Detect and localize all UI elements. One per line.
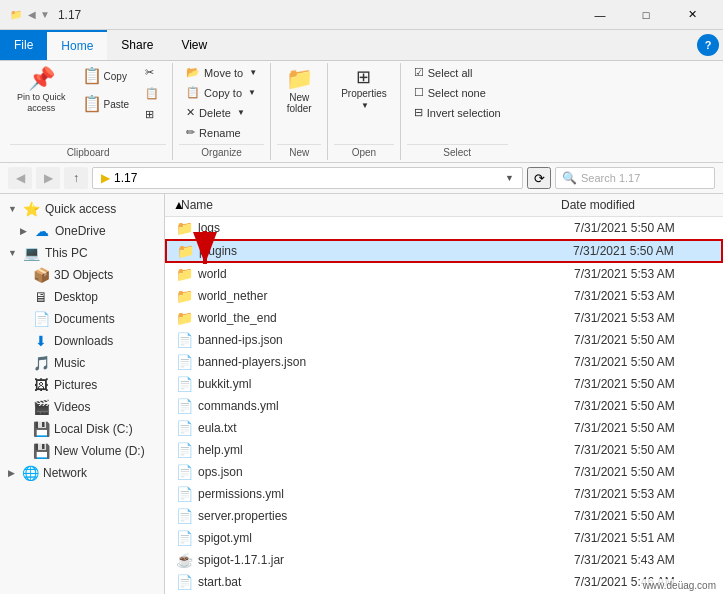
col-date-header[interactable]: Date modified [561,198,701,212]
sidebar-item-network[interactable]: ▶ 🌐 Network [0,462,164,484]
file-row-banned-ips[interactable]: 📄 banned-ips.json 7/31/2021 5:50 AM [165,329,723,351]
local-disk-c-label: Local Disk (C:) [54,422,133,436]
file-name-world: world [194,267,574,281]
sidebar-item-pictures[interactable]: 🖼 Pictures [0,374,164,396]
file-row-plugins[interactable]: 📁 plugins 7/31/2021 5:50 AM [165,239,723,263]
file-date-logs: 7/31/2021 5:50 AM [574,221,714,235]
move-to-button[interactable]: 📂 Move to ▼ [179,63,264,82]
sidebar-item-3d-objects[interactable]: 📦 3D Objects [0,264,164,286]
forward-button[interactable]: ▶ [36,167,60,189]
help-button[interactable]: ? [697,34,719,56]
pin-to-quick-button[interactable]: 📌 Pin to Quickaccess [10,63,73,119]
file-name-spigot-yml: spigot.yml [194,531,574,545]
open-group-items: ⊞ Properties ▼ [334,63,394,142]
file-row-world[interactable]: 📁 world 7/31/2021 5:53 AM [165,263,723,285]
sidebar-item-onedrive[interactable]: ▶ ☁ OneDrive [0,220,164,242]
file-row-help[interactable]: 📄 help.yml 7/31/2021 5:50 AM [165,439,723,461]
copy-to-icon: 📋 [186,86,200,99]
maximize-button[interactable]: □ [623,0,669,30]
col-name-header[interactable]: Name [181,198,561,212]
window-icon: 📁 [8,7,24,23]
file-name-world-the-end: world_the_end [194,311,574,325]
folder-icon-world: 📁 [174,266,194,282]
organize-group-items: 📂 Move to ▼ 📋 Copy to ▼ ✕ Delete ▼ [179,63,264,142]
back-button[interactable]: ◀ [8,167,32,189]
search-box[interactable]: 🔍 Search 1.17 [555,167,715,189]
file-row-world-nether[interactable]: 📁 world_nether 7/31/2021 5:53 AM [165,285,723,307]
delete-dropdown-arrow: ▼ [237,108,245,117]
title-controls: — □ ✕ [577,0,715,30]
paste-shortcut-button[interactable]: ⊞ [138,105,166,124]
copy-button[interactable]: 📋 Copy [75,63,137,89]
sidebar-item-local-disk-c[interactable]: 💾 Local Disk (C:) [0,418,164,440]
file-row-logs[interactable]: 📁 logs 7/31/2021 5:50 AM [165,217,723,239]
desktop-icon: 🖥 [32,289,50,305]
tab-view[interactable]: View [167,30,221,60]
tab-home[interactable]: Home [47,30,107,60]
move-copy-col: 📂 Move to ▼ 📋 Copy to ▼ ✕ Delete ▼ [179,63,264,142]
up-button[interactable]: ↑ [64,167,88,189]
sidebar-item-downloads[interactable]: ⬇ Downloads [0,330,164,352]
file-date-help: 7/31/2021 5:50 AM [574,443,714,457]
sidebar-item-quick-access[interactable]: ▼ ⭐ Quick access [0,198,164,220]
file-row-ops[interactable]: 📄 ops.json 7/31/2021 5:50 AM [165,461,723,483]
file-date-spigot-jar: 7/31/2021 5:43 AM [574,553,714,567]
desktop-label: Desktop [54,290,98,304]
copy-to-dropdown-arrow: ▼ [248,88,256,97]
delete-button[interactable]: ✕ Delete ▼ [179,103,264,122]
minimize-button[interactable]: — [577,0,623,30]
new-folder-button[interactable]: 📁 Newfolder [277,63,321,119]
rename-button[interactable]: ✏ Rename [179,123,264,142]
cut-button[interactable]: ✂ [138,63,166,82]
address-path[interactable]: ▶ 1.17 ▼ [92,167,523,189]
paste-button[interactable]: 📋 Paste [75,91,137,117]
refresh-button[interactable]: ⟳ [527,167,551,189]
file-list-header: ▲ Name Date modified [165,194,723,217]
tab-file[interactable]: File [0,30,47,60]
sidebar-item-new-volume-d[interactable]: 💾 New Volume (D:) [0,440,164,462]
file-date-ops: 7/31/2021 5:50 AM [574,465,714,479]
title-bar-icons: 📁 ◀ ▼ [8,7,50,23]
sidebar-item-this-pc[interactable]: ▼ 💻 This PC [0,242,164,264]
select-none-button[interactable]: ☐ Select none [407,83,508,102]
file-row-bukkit[interactable]: 📄 bukkit.yml 7/31/2021 5:50 AM [165,373,723,395]
pictures-label: Pictures [54,378,97,392]
file-row-commands[interactable]: 📄 commands.yml 7/31/2021 5:50 AM [165,395,723,417]
ribbon-tab-bar: File Home Share View ? [0,30,723,61]
sort-indicator: ▲ [173,198,181,212]
new-group: 📁 Newfolder New [271,63,328,160]
file-row-spigot-jar[interactable]: ☕ spigot-1.17.1.jar 7/31/2021 5:43 AM [165,549,723,571]
tab-share[interactable]: Share [107,30,167,60]
file-row-eula[interactable]: 📄 eula.txt 7/31/2021 5:50 AM [165,417,723,439]
invert-selection-button[interactable]: ⊟ Invert selection [407,103,508,122]
copy-path-button[interactable]: 📋 [138,84,166,103]
select-all-button[interactable]: ☑ Select all [407,63,508,82]
address-bar: ◀ ▶ ↑ ▶ 1.17 ▼ ⟳ 🔍 Search 1.17 [0,163,723,194]
sidebar-item-documents[interactable]: 📄 Documents [0,308,164,330]
select-col: ☑ Select all ☐ Select none ⊟ Invert sele… [407,63,508,122]
documents-label: Documents [54,312,115,326]
file-row-spigot-yml[interactable]: 📄 spigot.yml 7/31/2021 5:51 AM [165,527,723,549]
sidebar-item-music[interactable]: 🎵 Music [0,352,164,374]
file-row-permissions[interactable]: 📄 permissions.yml 7/31/2021 5:53 AM [165,483,723,505]
watermark: www.deüag.com [640,579,719,592]
close-button[interactable]: ✕ [669,0,715,30]
copy-icon: 📋 [82,68,102,84]
onedrive-expand-icon: ▶ [20,226,27,236]
file-row-world-the-end[interactable]: 📁 world_the_end 7/31/2021 5:53 AM [165,307,723,329]
file-row-banned-players[interactable]: 📄 banned-players.json 7/31/2021 5:50 AM [165,351,723,373]
properties-button[interactable]: ⊞ Properties ▼ [334,63,394,115]
clipboard-group-items: 📌 Pin to Quickaccess 📋 Copy 📋 Paste [10,63,166,142]
sidebar-item-videos[interactable]: 🎬 Videos [0,396,164,418]
expand-icon: ▼ [8,204,17,214]
copy-to-button[interactable]: 📋 Copy to ▼ [179,83,264,102]
file-name-world-nether: world_nether [194,289,574,303]
file-icon-spigot-yml: 📄 [174,530,194,546]
pin-icon: 📌 [28,68,55,90]
file-icon-banned-players: 📄 [174,354,194,370]
file-date-banned-players: 7/31/2021 5:50 AM [574,355,714,369]
file-row-server-properties[interactable]: 📄 server.properties 7/31/2021 5:50 AM [165,505,723,527]
sidebar-item-desktop[interactable]: 🖥 Desktop [0,286,164,308]
disk-d-icon: 💾 [32,443,50,459]
open-group: ⊞ Properties ▼ Open [328,63,401,160]
